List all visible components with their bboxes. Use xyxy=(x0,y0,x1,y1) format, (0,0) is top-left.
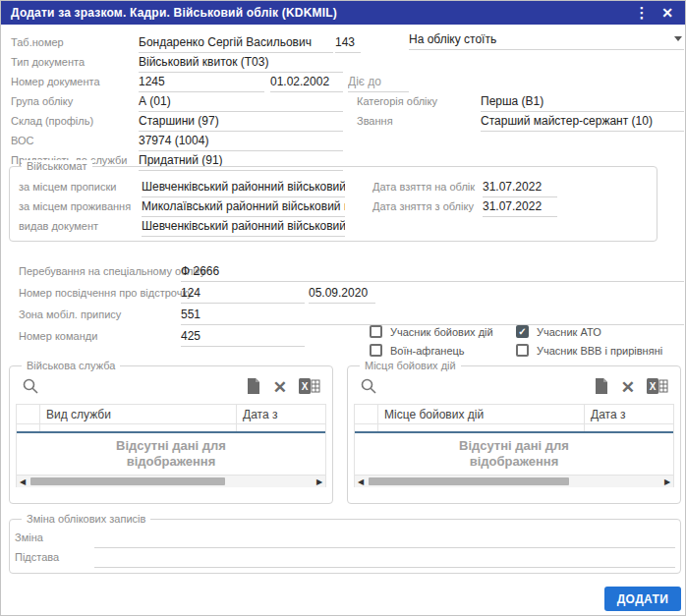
scrollbar-thumb[interactable] xyxy=(30,477,225,485)
search-icon[interactable] xyxy=(22,377,39,395)
checkbox-box[interactable] xyxy=(516,325,529,338)
date-off-field xyxy=(483,196,557,217)
doc-type-field xyxy=(139,52,343,73)
team-number-field xyxy=(181,326,305,347)
deferment-date-field xyxy=(309,283,375,304)
dialog-military-record: Додати за зразком. Кадри. Військовий обл… xyxy=(0,0,686,616)
kebab-menu-icon[interactable]: ⋮ xyxy=(630,1,654,25)
checkbox-afghan-veteran[interactable]: Воїн-афганець xyxy=(370,344,465,357)
doc-valid-to-field xyxy=(348,72,409,92)
staff-label: Склад (профіль) xyxy=(11,115,93,127)
checkbox-box[interactable] xyxy=(516,344,529,357)
mob-zone-field xyxy=(181,305,684,325)
vos-input[interactable] xyxy=(139,134,343,151)
add-button[interactable]: ДОДАТИ xyxy=(604,587,681,611)
checkbox-label: Учасник бойових дій xyxy=(390,326,493,338)
changes-legend: Зміна облікових записів xyxy=(22,513,150,525)
change-label: Зміна xyxy=(15,532,43,543)
export-excel-icon[interactable]: X xyxy=(647,377,668,395)
category-label: Категорія обліку xyxy=(357,95,437,107)
scrollbar-thumb[interactable] xyxy=(369,477,569,485)
export-excel-icon[interactable]: X xyxy=(299,377,320,395)
tab-number-field xyxy=(335,32,361,53)
new-record-icon[interactable] xyxy=(246,377,261,395)
account-status-value: На обліку стоїть xyxy=(409,32,496,46)
registration-input[interactable] xyxy=(142,180,345,197)
group-input[interactable] xyxy=(139,94,343,112)
grid-header-row: Вид служби Дата з xyxy=(17,405,325,424)
scroll-right-icon[interactable]: ▶ xyxy=(314,476,325,487)
grid-empty-state: Відсутні дані для відображення xyxy=(17,433,325,475)
combat-places-legend: Місця бойових дій xyxy=(360,360,461,371)
issued-by-field xyxy=(142,216,345,237)
scroll-right-icon[interactable]: ▶ xyxy=(661,476,673,487)
vos-label: ВОС xyxy=(11,135,33,146)
doc-date-input[interactable] xyxy=(270,75,343,92)
rank-input[interactable] xyxy=(481,114,684,132)
category-input[interactable] xyxy=(481,94,684,112)
date-on-input[interactable] xyxy=(483,180,557,197)
commissariat-legend: Військкомат xyxy=(22,160,92,172)
combat-places-toolbar: ✕ X xyxy=(348,376,680,398)
staff-field xyxy=(139,111,343,132)
horizontal-scrollbar[interactable]: ◀ ▶ xyxy=(17,475,325,487)
close-icon[interactable]: ✕ xyxy=(656,1,679,25)
special-account-input[interactable] xyxy=(181,264,684,282)
scroll-left-icon[interactable]: ◀ xyxy=(17,476,29,487)
dialog-title: Додати за зразком. Кадри. Військовий обл… xyxy=(1,6,337,20)
deferment-number-field xyxy=(181,283,305,304)
special-account-label: Перебування на спеціальному обліку xyxy=(19,265,205,277)
date-off-input[interactable] xyxy=(483,199,557,217)
military-service-toolbar: ✕ X xyxy=(10,376,332,398)
change-input[interactable] xyxy=(94,531,675,548)
checkbox-box[interactable] xyxy=(370,344,382,357)
empty-state-text: Відсутні дані для відображення xyxy=(78,438,264,471)
doc-number-field xyxy=(139,72,264,92)
date-on-field xyxy=(483,177,557,197)
svg-text:X: X xyxy=(650,381,657,392)
vos-field xyxy=(139,131,343,151)
clear-icon[interactable]: ✕ xyxy=(621,377,635,398)
grid-empty-state: Відсутні дані для відображення xyxy=(355,433,673,475)
residence-input[interactable] xyxy=(142,199,345,217)
tab-number-input[interactable] xyxy=(335,35,361,53)
doc-number-label: Номер документа xyxy=(11,76,100,87)
checkbox-box[interactable] xyxy=(370,325,382,338)
rank-label: Звання xyxy=(357,115,393,127)
basis-field xyxy=(94,547,675,568)
grid-header-date-from[interactable]: Дата з xyxy=(585,405,673,423)
horizontal-scrollbar[interactable]: ◀ ▶ xyxy=(355,475,673,487)
grid-header-combat-place[interactable]: Місце бойових дій xyxy=(378,405,585,423)
scroll-left-icon[interactable]: ◀ xyxy=(355,476,367,487)
military-service-grid: Вид служби Дата з Відсутні дані для відо… xyxy=(16,404,326,487)
team-number-input[interactable] xyxy=(181,329,305,347)
checkbox-ato-participant[interactable]: Учасник АТО xyxy=(516,325,601,338)
issued-by-input[interactable] xyxy=(142,219,345,237)
group-field xyxy=(139,91,343,112)
combat-places-grid: Місце бойових дій Дата з Відсутні дані д… xyxy=(354,404,674,487)
titlebar: Додати за зразком. Кадри. Військовий обл… xyxy=(1,1,685,25)
date-off-label: Дата зняття з обліку xyxy=(372,200,474,212)
residence-label: за місцем проживання xyxy=(19,200,131,212)
special-account-field xyxy=(181,261,684,282)
deferment-number-input[interactable] xyxy=(181,286,305,304)
grid-header-rownum xyxy=(355,405,378,423)
doc-number-input[interactable] xyxy=(139,75,264,92)
basis-input[interactable] xyxy=(94,550,675,568)
grid-header-service-type[interactable]: Вид служби xyxy=(40,405,237,423)
checkbox-wwii-participant[interactable]: Учасник ВВВ і прирівняні xyxy=(516,344,662,357)
category-field xyxy=(481,91,684,112)
clear-icon[interactable]: ✕ xyxy=(273,377,287,398)
account-status-select[interactable]: На обліку стоїть xyxy=(409,32,684,50)
doc-type-input[interactable] xyxy=(139,55,343,73)
search-icon[interactable] xyxy=(360,377,377,395)
doc-valid-to-input[interactable] xyxy=(348,75,409,92)
staff-input[interactable] xyxy=(139,114,343,132)
grid-header-date-from[interactable]: Дата з xyxy=(237,405,325,423)
deferment-date-input[interactable] xyxy=(309,286,375,304)
mob-zone-input[interactable] xyxy=(181,308,684,325)
military-service-panel: Військова служба ✕ X Вид служби Дата з xyxy=(9,365,333,504)
employee-name-input[interactable] xyxy=(139,35,333,53)
new-record-icon[interactable] xyxy=(594,377,609,395)
checkbox-combat-participant[interactable]: Учасник бойових дій xyxy=(370,325,493,338)
